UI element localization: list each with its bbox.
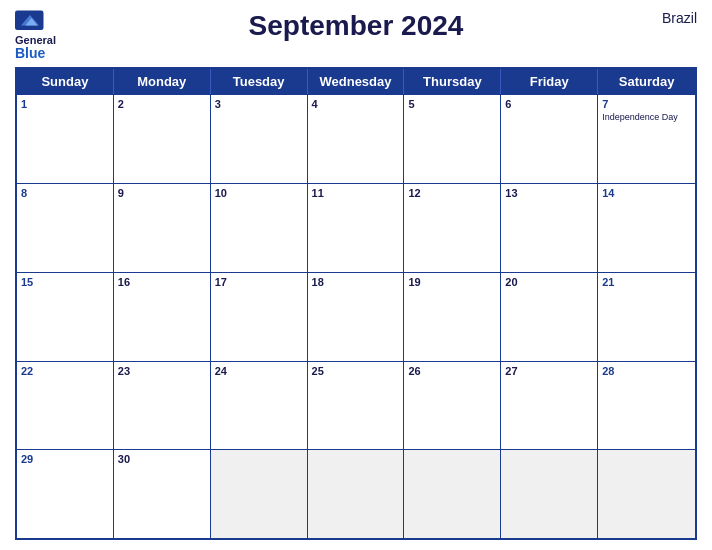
day-cell-18: 18 (308, 273, 405, 361)
day-cell-11: 11 (308, 184, 405, 272)
day-number: 5 (408, 98, 496, 110)
title-area: September 2024 (95, 10, 617, 42)
day-cell-2: 2 (114, 95, 211, 183)
day-cell-empty-2 (211, 450, 308, 538)
header-row: General Blue September 2024 Brazil (15, 10, 697, 61)
day-number: 13 (505, 187, 593, 199)
week-row-2: 891011121314 (17, 183, 695, 272)
calendar-title: September 2024 (95, 10, 617, 42)
day-cell-26: 26 (404, 362, 501, 450)
day-cell-25: 25 (308, 362, 405, 450)
day-cell-5: 5 (404, 95, 501, 183)
day-header-monday: Monday (114, 69, 211, 94)
day-number: 2 (118, 98, 206, 110)
weeks-container: 1234567Independence Day89101112131415161… (17, 94, 695, 538)
week-row-5: 2930 (17, 449, 695, 538)
day-cell-empty-4 (404, 450, 501, 538)
days-header: SundayMondayTuesdayWednesdayThursdayFrid… (17, 69, 695, 94)
day-number: 8 (21, 187, 109, 199)
day-cell-10: 10 (211, 184, 308, 272)
day-number: 23 (118, 365, 206, 377)
day-cell-30: 30 (114, 450, 211, 538)
day-header-wednesday: Wednesday (308, 69, 405, 94)
day-cell-15: 15 (17, 273, 114, 361)
day-number: 22 (21, 365, 109, 377)
day-number: 21 (602, 276, 691, 288)
day-number: 14 (602, 187, 691, 199)
day-cell-9: 9 (114, 184, 211, 272)
day-header-saturday: Saturday (598, 69, 695, 94)
day-cell-23: 23 (114, 362, 211, 450)
day-cell-14: 14 (598, 184, 695, 272)
day-cell-1: 1 (17, 95, 114, 183)
day-cell-13: 13 (501, 184, 598, 272)
logo-blue-text: Blue (15, 46, 45, 61)
day-cell-empty-5 (501, 450, 598, 538)
day-cell-8: 8 (17, 184, 114, 272)
day-number: 30 (118, 453, 206, 465)
day-header-friday: Friday (501, 69, 598, 94)
day-number: 27 (505, 365, 593, 377)
day-cell-19: 19 (404, 273, 501, 361)
country-label: Brazil (617, 10, 697, 26)
calendar-container: General Blue September 2024 Brazil Sunda… (0, 0, 712, 550)
day-number: 11 (312, 187, 400, 199)
event-text: Independence Day (602, 112, 691, 123)
calendar-grid: SundayMondayTuesdayWednesdayThursdayFrid… (15, 67, 697, 540)
day-number: 24 (215, 365, 303, 377)
day-cell-7: 7Independence Day (598, 95, 695, 183)
week-row-3: 15161718192021 (17, 272, 695, 361)
day-cell-6: 6 (501, 95, 598, 183)
day-cell-27: 27 (501, 362, 598, 450)
day-number: 19 (408, 276, 496, 288)
day-number: 28 (602, 365, 691, 377)
day-number: 6 (505, 98, 593, 110)
day-number: 10 (215, 187, 303, 199)
day-header-tuesday: Tuesday (211, 69, 308, 94)
day-cell-24: 24 (211, 362, 308, 450)
day-header-thursday: Thursday (404, 69, 501, 94)
day-number: 7 (602, 98, 691, 110)
day-cell-16: 16 (114, 273, 211, 361)
day-header-sunday: Sunday (17, 69, 114, 94)
day-number: 1 (21, 98, 109, 110)
day-number: 25 (312, 365, 400, 377)
day-number: 26 (408, 365, 496, 377)
logo-icon (15, 10, 45, 32)
day-cell-17: 17 (211, 273, 308, 361)
day-number: 29 (21, 453, 109, 465)
day-cell-3: 3 (211, 95, 308, 183)
day-number: 17 (215, 276, 303, 288)
day-number: 15 (21, 276, 109, 288)
day-cell-4: 4 (308, 95, 405, 183)
day-cell-29: 29 (17, 450, 114, 538)
day-cell-21: 21 (598, 273, 695, 361)
day-cell-20: 20 (501, 273, 598, 361)
day-cell-12: 12 (404, 184, 501, 272)
day-number: 4 (312, 98, 400, 110)
day-number: 20 (505, 276, 593, 288)
day-cell-empty-3 (308, 450, 405, 538)
week-row-1: 1234567Independence Day (17, 94, 695, 183)
logo-area: General Blue (15, 10, 95, 61)
day-cell-22: 22 (17, 362, 114, 450)
day-number: 3 (215, 98, 303, 110)
day-number: 16 (118, 276, 206, 288)
day-number: 18 (312, 276, 400, 288)
day-cell-28: 28 (598, 362, 695, 450)
day-cell-empty-6 (598, 450, 695, 538)
day-number: 12 (408, 187, 496, 199)
day-number: 9 (118, 187, 206, 199)
week-row-4: 22232425262728 (17, 361, 695, 450)
